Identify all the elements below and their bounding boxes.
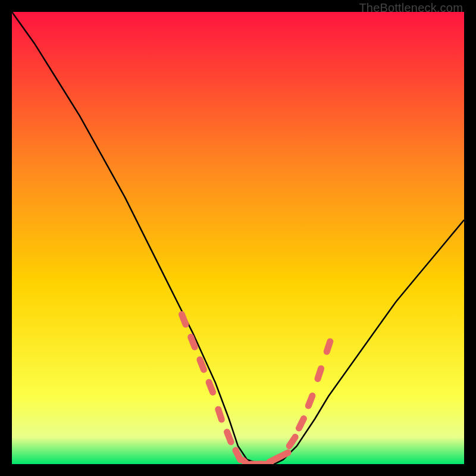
- marker-dot: [278, 453, 288, 458]
- marker-dot: [218, 409, 222, 419]
- marker-dot: [209, 382, 213, 392]
- marker-dot: [327, 342, 330, 352]
- marker-dot: [182, 314, 186, 324]
- chart-frame: [12, 12, 464, 464]
- bottleneck-chart: [12, 12, 464, 464]
- marker-dot: [227, 432, 231, 442]
- marker-dot: [299, 419, 303, 428]
- marker-dot: [236, 450, 240, 460]
- gradient-background: [12, 12, 464, 464]
- marker-dot: [200, 359, 204, 369]
- marker-dot: [318, 369, 321, 379]
- marker-dot: [308, 396, 312, 406]
- marker-dot: [191, 337, 195, 347]
- watermark-text: TheBottleneck.com: [359, 1, 463, 15]
